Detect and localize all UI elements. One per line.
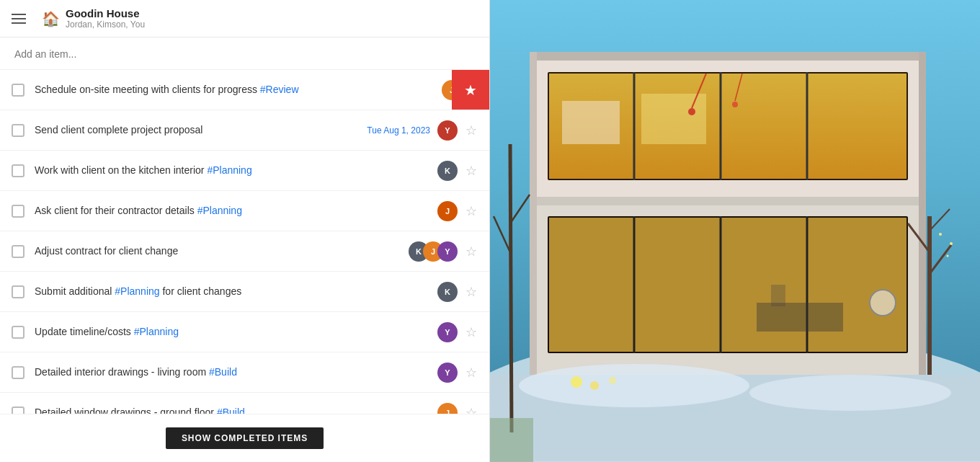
task-text: Detailed window drawings - ground floor … <box>35 406 437 414</box>
svg-point-46 <box>571 376 582 388</box>
svg-point-54 <box>732 102 738 107</box>
avatar-group: J <box>437 403 458 414</box>
avatar: J <box>437 403 458 414</box>
task-text: Send client complete project proposal <box>35 123 367 138</box>
task-meta: Tue Aug 1, 2023Y☆ <box>367 120 481 141</box>
avatar-group: KJY <box>409 241 458 262</box>
svg-rect-29 <box>530 52 926 61</box>
left-panel: 🏠 Goodin House Jordan, Kimson, You Sched… <box>0 0 490 462</box>
starred-badge[interactable]: ★ <box>452 70 489 110</box>
task-text: Schedule on-site meeting with clients fo… <box>35 83 442 97</box>
task-text: Adjust contract for client change <box>35 244 409 259</box>
svg-rect-22 <box>549 218 906 352</box>
avatar-group: J <box>437 201 458 221</box>
svg-rect-26 <box>757 303 843 332</box>
star-icon: ☆ <box>466 244 477 259</box>
task-checkbox[interactable] <box>12 366 24 379</box>
star-button[interactable]: ☆ <box>462 161 481 180</box>
task-row[interactable]: Detailed interior drawings - living room… <box>0 352 489 393</box>
star-icon: ☆ <box>466 123 477 138</box>
task-row[interactable]: Send client complete project proposalTue… <box>0 110 489 151</box>
star-icon: ★ <box>464 81 477 99</box>
task-text: Detailed interior drawings - living room… <box>35 365 437 380</box>
star-icon: ☆ <box>466 405 477 414</box>
avatar-group: Y <box>437 322 458 342</box>
star-button[interactable]: ☆ <box>462 242 481 261</box>
task-text: Update timeline/costs #Planning <box>35 325 437 339</box>
task-meta: Y☆ <box>437 363 481 383</box>
task-checkbox[interactable] <box>12 164 24 177</box>
task-checkbox[interactable] <box>12 84 24 97</box>
task-tag: #Build <box>217 407 245 414</box>
task-checkbox[interactable] <box>12 326 24 339</box>
star-icon: ☆ <box>466 284 477 300</box>
add-item-input[interactable] <box>14 48 475 60</box>
star-button[interactable]: ☆ <box>462 121 481 140</box>
svg-point-34 <box>749 375 951 411</box>
task-meta: K☆ <box>437 282 481 302</box>
svg-point-40 <box>939 233 942 236</box>
star-icon: ☆ <box>466 203 477 219</box>
svg-line-42 <box>510 144 512 432</box>
avatar: J <box>437 201 458 221</box>
task-meta: J☆ <box>437 403 481 414</box>
task-meta: K☆ <box>437 161 481 181</box>
svg-rect-30 <box>530 52 537 380</box>
avatar-group: Y <box>437 120 458 141</box>
task-meta: J☆ <box>437 201 481 221</box>
task-meta: Y☆ <box>437 322 481 342</box>
avatar: Y <box>437 322 458 342</box>
show-completed-button[interactable]: SHOW COMPLETED ITEMS <box>166 427 324 449</box>
due-date: Tue Aug 1, 2023 <box>367 125 430 136</box>
avatar-group: K <box>437 282 458 302</box>
star-icon: ☆ <box>466 324 477 340</box>
avatar: Y <box>437 241 458 262</box>
star-button[interactable]: ☆ <box>462 202 481 221</box>
task-row[interactable]: Adjust contract for client changeKJY☆ <box>0 231 489 272</box>
task-tag: #Review <box>260 84 299 95</box>
task-list: Schedule on-site meeting with clients fo… <box>0 70 489 414</box>
star-button[interactable]: ☆ <box>462 323 481 342</box>
task-tag: #Planning <box>197 205 242 216</box>
task-tag: #Planning <box>207 164 251 176</box>
task-tag: #Planning <box>134 326 179 337</box>
house-image <box>490 0 980 462</box>
avatar: Y <box>437 363 458 383</box>
avatar-group: K <box>437 161 458 181</box>
svg-rect-19 <box>641 94 706 144</box>
task-text: Work with client on the kitchen interior… <box>35 164 437 178</box>
task-checkbox[interactable] <box>12 124 24 137</box>
project-members: Jordan, Kimson, You <box>66 19 145 30</box>
task-tag: #Planning <box>115 285 159 297</box>
avatar: K <box>437 282 458 302</box>
task-row[interactable]: Ask client for their contractor details … <box>0 191 489 231</box>
task-row[interactable]: Work with client on the kitchen interior… <box>0 151 489 191</box>
task-row[interactable]: Submit additional #Planning for client c… <box>0 272 489 312</box>
svg-point-33 <box>519 364 749 407</box>
task-checkbox[interactable] <box>12 205 24 218</box>
task-meta: KJY☆ <box>409 241 481 262</box>
svg-rect-18 <box>562 101 620 144</box>
star-button[interactable]: ☆ <box>462 363 481 382</box>
svg-rect-27 <box>771 285 785 306</box>
task-checkbox[interactable] <box>12 285 24 298</box>
task-checkbox[interactable] <box>12 245 24 258</box>
task-checkbox[interactable] <box>12 407 24 414</box>
house-emoji-icon: 🏠 <box>42 10 60 27</box>
svg-rect-28 <box>530 197 926 205</box>
task-text: Ask client for their contractor details … <box>35 204 437 218</box>
task-row[interactable]: Update timeline/costs #PlanningY☆ <box>0 312 489 352</box>
task-row[interactable]: Schedule on-site meeting with clients fo… <box>0 70 489 110</box>
task-row[interactable]: Detailed window drawings - ground floor … <box>0 393 489 414</box>
svg-point-41 <box>947 255 949 257</box>
header: 🏠 Goodin House Jordan, Kimson, You <box>0 0 489 37</box>
avatar: K <box>437 161 458 181</box>
add-item-row <box>0 37 489 70</box>
star-button[interactable]: ☆ <box>462 404 481 414</box>
menu-icon[interactable] <box>12 9 32 29</box>
avatar-group: Y <box>437 363 458 383</box>
star-button[interactable]: ☆ <box>462 283 481 301</box>
project-title: Goodin House <box>66 7 145 19</box>
footer: SHOW COMPLETED ITEMS <box>0 414 489 462</box>
svg-rect-45 <box>490 418 533 462</box>
